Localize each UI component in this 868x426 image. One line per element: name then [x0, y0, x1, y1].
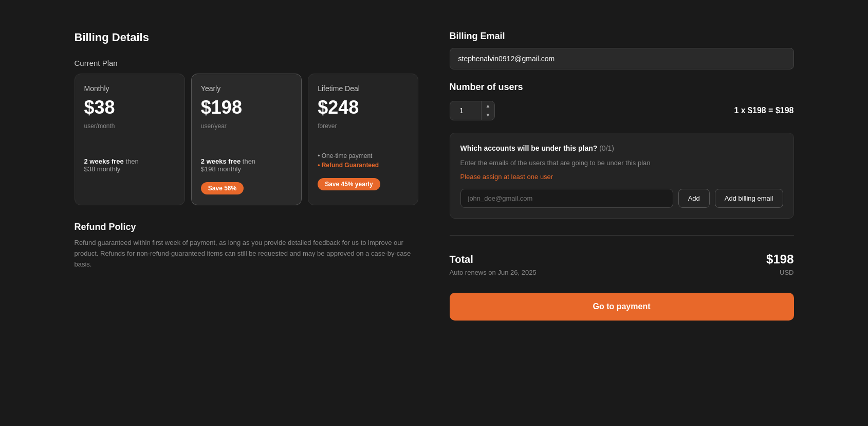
number-of-users-title: Number of users	[450, 82, 794, 93]
price-calculation: 1 x $198 = $198	[734, 106, 793, 115]
total-amount: $198	[766, 252, 793, 267]
accounts-error: Please assign at least one user	[460, 173, 783, 181]
users-row: ▲ ▼ 1 x $198 = $198	[450, 101, 794, 120]
plans-container: Monthly $38 user/month 2 weeks free then…	[75, 74, 419, 205]
refund-policy-title: Refund Policy	[75, 222, 419, 233]
plan-save-badge-yearly: Save 56%	[201, 182, 244, 194]
plan-features-lifetime: One-time payment Refund Guaranteed	[318, 152, 409, 169]
refund-policy-section: Refund Policy Refund guaranteed within f…	[75, 222, 419, 270]
left-panel: Billing Details Current Plan Monthly $38…	[75, 31, 419, 395]
accounts-title: Which accounts will be under this plan? …	[460, 144, 615, 152]
total-row: Total $198	[450, 252, 794, 267]
plan-card-monthly[interactable]: Monthly $38 user/month 2 weeks free then…	[75, 74, 185, 205]
plan-trial-monthly: 2 weeks free then $38 monthly	[84, 157, 175, 173]
current-plan-label: Current Plan	[75, 59, 419, 67]
plan-period-lifetime: forever	[318, 122, 409, 130]
go-to-payment-button[interactable]: Go to payment	[450, 293, 794, 321]
plan-period-monthly: user/month	[84, 122, 175, 130]
billing-email-input[interactable]	[450, 48, 794, 69]
total-currency: USD	[780, 269, 793, 276]
accounts-email-input[interactable]	[460, 189, 673, 208]
plan-save-badge-lifetime: Save 45% yearly	[318, 178, 380, 190]
users-input[interactable]	[450, 102, 481, 119]
add-button[interactable]: Add	[678, 189, 710, 208]
right-panel: Billing Email Number of users ▲ ▼ 1 x $1…	[450, 31, 794, 395]
accounts-header: Which accounts will be under this plan? …	[460, 144, 783, 153]
add-billing-email-button[interactable]: Add billing email	[715, 189, 783, 208]
accounts-box: Which accounts will be under this plan? …	[450, 133, 794, 219]
plan-name-lifetime: Lifetime Deal	[318, 84, 409, 93]
feature-one-time: One-time payment	[318, 152, 409, 159]
feature-refund: Refund Guaranteed	[318, 162, 409, 169]
refund-policy-text: Refund guaranteed within first week of p…	[75, 238, 419, 270]
plan-period-yearly: user/year	[201, 122, 292, 130]
plan-price-monthly: $38	[84, 97, 175, 118]
accounts-input-row: Add Add billing email	[460, 189, 783, 208]
total-label: Total	[450, 254, 473, 265]
plan-card-lifetime[interactable]: Lifetime Deal $248 forever One-time paym…	[308, 74, 418, 205]
total-renewal: Auto renews on Jun 26, 2025	[450, 269, 537, 276]
users-section: Number of users ▲ ▼ 1 x $198 = $198	[450, 82, 794, 120]
plan-trial-yearly: 2 weeks free then $198 monthly	[201, 157, 292, 173]
billing-email-title: Billing Email	[450, 31, 794, 42]
plan-name-yearly: Yearly	[201, 84, 292, 93]
billing-details-title: Billing Details	[75, 31, 419, 44]
stepper-up-button[interactable]: ▲	[482, 101, 495, 111]
total-renewal-row: Auto renews on Jun 26, 2025 USD	[450, 269, 794, 276]
page-container: Billing Details Current Plan Monthly $38…	[75, 31, 794, 395]
total-section: Total $198 Auto renews on Jun 26, 2025 U…	[450, 252, 794, 276]
plan-card-yearly[interactable]: Yearly $198 user/year 2 weeks free then …	[191, 74, 302, 205]
users-stepper[interactable]: ▲ ▼	[450, 101, 495, 120]
stepper-down-button[interactable]: ▼	[482, 111, 495, 120]
stepper-buttons: ▲ ▼	[481, 101, 495, 120]
plan-price-lifetime: $248	[318, 97, 409, 118]
divider	[450, 235, 794, 236]
plan-name-monthly: Monthly	[84, 84, 175, 93]
accounts-description: Enter the emails of the users that are g…	[460, 159, 783, 167]
plan-price-yearly: $198	[201, 97, 292, 118]
